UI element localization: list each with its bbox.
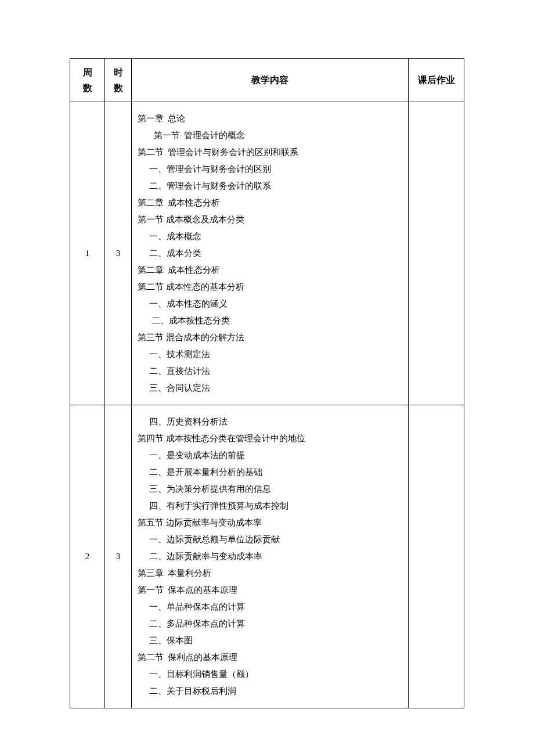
content-line: 第三节 混合成本的分解方法 [138,329,402,346]
week-cell: 2 [70,405,105,708]
header-homework: 课后作业 [409,59,464,102]
header-hours: 时数 [105,59,132,102]
table-header-row: 周数 时数 教学内容 课后作业 [70,59,464,102]
header-week: 周数 [70,59,105,102]
header-content-text: 教学内容 [251,75,288,85]
content-line: 三、保本图 [138,632,402,649]
content-line: 四、有利于实行弹性预算与成本控制 [138,498,402,514]
syllabus-table: 周数 时数 教学内容 课后作业 13第一章 总论第一节 管理会计的概念第二节 管… [70,58,464,708]
table-row: 13第一章 总论第一节 管理会计的概念第二节 管理会计与财务会计的区别和联系一、… [70,102,464,405]
content-line: 第二节 成本性态的基本分析 [138,279,402,296]
hours-cell: 3 [105,405,132,708]
content-line: 第一节 成本概念及成本分类 [138,211,402,228]
content-line: 一、单品种保本点的计算 [138,599,402,615]
content-line: 一、成本概念 [138,228,402,245]
content-line: 第一章 总论 [138,110,402,127]
week-cell: 1 [70,102,105,405]
content-line: 三、合同认定法 [138,380,402,397]
hours-cell: 3 [105,102,132,405]
content-cell: 四、历史资料分析法第四节 成本按性态分类在管理会计中的地位一、是变动成本法的前提… [132,405,409,708]
content-line: 二、直接估计法 [138,363,402,380]
content-line: 第二节 保利点的基本原理 [138,649,402,666]
content-line: 二、管理会计与财务会计的联系 [138,178,402,195]
content-line: 第四节 成本按性态分类在管理会计中的地位 [138,430,402,447]
content-line: 一、是变动成本法的前提 [138,447,402,464]
content-line: 二、成本分类 [138,245,402,262]
content-line: 一、技术测定法 [138,346,402,363]
content-line: 二、是开展本量利分析的基础 [138,464,402,481]
content-cell: 第一章 总论第一节 管理会计的概念第二节 管理会计与财务会计的区别和联系一、管理… [132,102,409,405]
homework-cell [409,102,464,405]
content-line: 第五节 边际贡献率与变动成本率 [138,514,402,531]
content-line: 一、目标利润销售量（额） [138,666,402,683]
content-line: 一、成本性态的涵义 [138,296,402,312]
header-content: 教学内容 [132,59,409,102]
content-line: 第三章 本量利分析 [138,565,402,582]
content-line: 第二节 管理会计与财务会计的区别和联系 [138,144,402,161]
header-homework-text: 课后作业 [418,75,455,85]
content-line: 第一节 保本点的基本原理 [138,582,402,599]
table-row: 23四、历史资料分析法第四节 成本按性态分类在管理会计中的地位一、是变动成本法的… [70,405,464,708]
content-line: 二、多品种保本点的计算 [138,615,402,632]
content-line: 一、管理会计与财务会计的区别 [138,161,402,178]
content-line: 一、边际贡献总额与单位边际贡献 [138,531,402,548]
homework-cell [409,405,464,708]
content-line: 二、边际贡献率与变动成本率 [138,548,402,565]
content-line: 四、历史资料分析法 [138,413,402,430]
content-line: 三、为决策分析提供有用的信息 [138,481,402,498]
content-line: 二、关于目标税后利润 [138,683,402,700]
content-line: 第一节 管理会计的概念 [138,127,402,144]
content-line: 第二章 成本性态分析 [138,195,402,211]
content-line: 第二章 成本性态分析 [138,262,402,279]
content-line: 二、成本按性态分类 [138,312,402,329]
